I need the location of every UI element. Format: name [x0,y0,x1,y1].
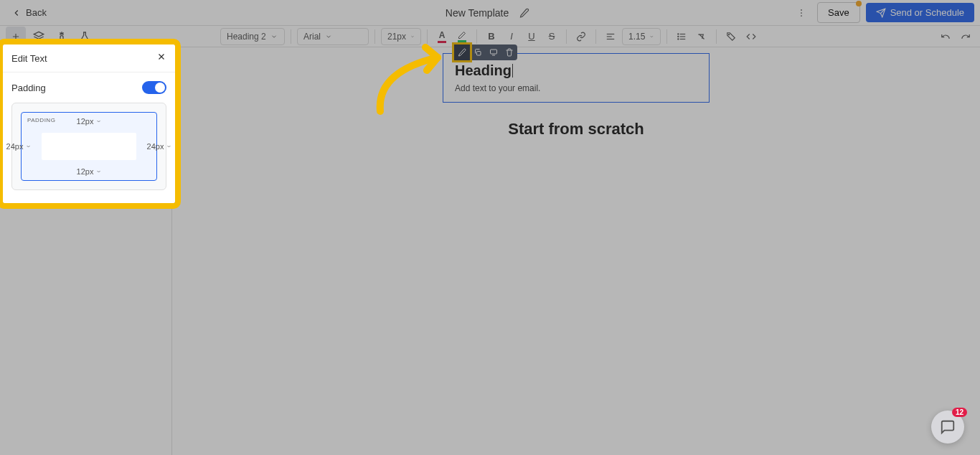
text-color-swatch-icon [438,41,446,43]
clear-format-icon [697,32,707,42]
font-size-select[interactable]: 21px [381,28,421,45]
align-icon [606,32,616,42]
separator [716,29,717,44]
block-duplicate-button[interactable] [470,44,486,60]
history-tools [937,28,974,45]
padding-label: Padding [11,83,46,93]
flask-icon [79,31,90,42]
canvas[interactable]: Heading Add text to your email. Start fr… [172,47,980,455]
italic-button[interactable]: I [503,28,520,45]
back-button[interactable]: Back [6,4,52,21]
heading-style-value: Heading 2 [227,32,266,42]
padding-editor: PADDING 12px 12px 24px 24px [3,103,175,203]
chevron-down-icon [25,144,31,149]
styles-button[interactable] [52,27,72,47]
text-color-a-icon: A [439,30,446,40]
separator [374,29,375,44]
chat-icon [940,419,956,435]
strike-button[interactable]: S [543,28,560,45]
more-menu-button[interactable] [791,3,811,23]
plus-icon [11,32,21,42]
chat-widget-button[interactable]: 12 [931,411,964,444]
font-select[interactable]: Arial [297,28,369,45]
back-label: Back [26,7,47,18]
line-height-select[interactable]: 1.15 [622,28,661,45]
highlight-color-button[interactable] [453,28,471,45]
pencil-icon [519,8,529,18]
align-button[interactable] [602,28,619,45]
panel-close-button[interactable] [156,52,166,65]
font-size-value: 21px [387,32,406,42]
svg-point-1 [801,12,802,14]
chevron-down-icon [95,118,101,124]
chevron-down-icon [95,169,101,174]
padding-section-label: PADDING [27,117,55,123]
bullet-list-button[interactable] [673,28,690,45]
padding-bottom-input[interactable]: 12px [77,167,102,176]
text-format-toolbar: Heading 2 Arial 21px A B I U S [220,28,760,45]
page-title: New Template [446,7,509,19]
left-tools [6,27,95,47]
clear-format-button[interactable] [693,28,710,45]
separator [291,29,291,44]
header-title-group: New Template [446,3,534,23]
padding-toggle[interactable] [142,81,166,94]
undo-button[interactable] [937,28,954,45]
chevron-down-icon [325,33,332,40]
selected-text-block[interactable]: Heading Add text to your email. [443,53,710,103]
canvas-content: Heading Add text to your email. Start fr… [311,47,842,139]
redo-button[interactable] [957,28,974,45]
padding-visual: PADDING 12px 12px 24px 24px [21,112,157,181]
line-height-value: 1.15 [628,32,645,42]
arrow-left-icon [11,8,22,18]
padding-left-input[interactable]: 24px [6,142,32,151]
code-icon [746,32,756,42]
save-label: Save [828,7,849,18]
start-from-scratch-heading: Start from scratch [311,120,842,139]
pencil-icon [458,48,466,57]
send-button[interactable]: Send or Schedule [866,3,974,22]
edit-title-button[interactable] [514,3,534,23]
svg-point-14 [729,34,730,34]
svg-point-12 [678,36,679,37]
chat-badge: 12 [952,408,967,417]
close-icon [156,52,166,62]
padding-center-box [42,133,136,160]
save-button[interactable]: Save [817,2,860,23]
italic-icon: I [510,31,513,42]
svg-point-11 [678,33,679,34]
test-button[interactable] [75,27,95,47]
underline-button[interactable]: U [523,28,540,45]
chevron-down-icon [410,33,415,40]
link-button[interactable] [573,28,590,45]
panel-header: Edit Text [3,44,175,72]
text-color-button[interactable]: A [433,28,451,45]
dots-vertical-icon [796,8,806,18]
underline-icon: U [528,31,534,42]
placeholder-text[interactable]: Add text to your email. [455,83,697,93]
padding-top-input[interactable]: 12px [77,117,102,126]
merge-tag-button[interactable] [722,28,740,45]
padding-box: PADDING 12px 12px 24px 24px [11,103,166,190]
block-preview-button[interactable] [486,44,501,60]
code-button[interactable] [743,28,760,45]
padding-right-input[interactable]: 24px [147,142,172,151]
unsaved-indicator-icon [856,1,862,6]
heading-text[interactable]: Heading [455,62,512,79]
block-delete-button[interactable] [501,44,517,60]
separator [595,29,596,44]
heading-style-select[interactable]: Heading 2 [220,28,285,45]
block-edit-button[interactable] [454,44,470,60]
header-actions: Save Send or Schedule [791,2,974,23]
add-block-button[interactable] [6,27,26,47]
send-icon [876,8,886,18]
separator [476,29,477,44]
monitor-icon [489,48,498,57]
layers-button[interactable] [29,27,49,47]
text-block-container: Heading Add text to your email. [443,53,710,103]
bold-button[interactable]: B [483,28,500,45]
tag-icon [726,32,736,42]
svg-point-0 [801,9,802,11]
top-header: Back New Template Save Send or Schedule [0,0,980,26]
paint-icon [56,31,67,42]
